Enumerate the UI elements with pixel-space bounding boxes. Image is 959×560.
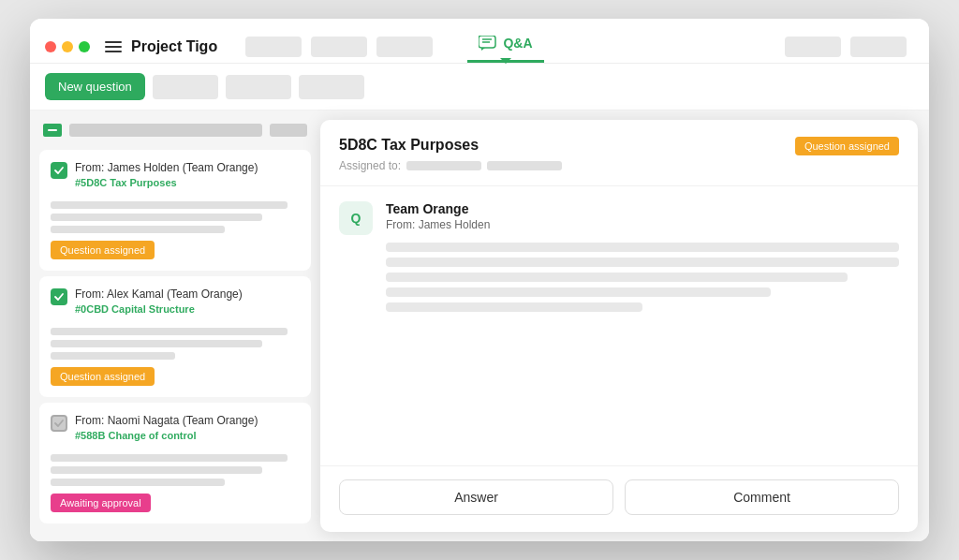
detail-actions: Answer Comment [320,465,918,532]
item-3-badge: Awaiting approval [51,494,151,512]
item-3-from: From: Naomi Nagata (Team Orange) [75,414,300,427]
sidebar-item-1-header: From: James Holden (Team Orange) #5D8C T… [51,161,300,196]
item-2-line-3 [51,352,175,360]
window-controls [45,41,90,52]
detail-panel: 5D8C Tax Purposes Assigned to: Question … [320,120,918,532]
item-3-line-3 [51,479,225,486]
tab-qa-label: Q&A [503,36,532,51]
item-3-lines [51,454,300,486]
collapse-icon[interactable] [43,124,62,137]
toolbar: New question [30,64,929,111]
title-bar: Project Tigo Q&A [30,19,929,64]
item-3-tag: #588B Change of control [75,430,300,441]
q-text-lines [386,243,899,312]
detail-badge: Question assigned [795,137,899,155]
nav-pill-right-2 [850,37,907,57]
q-author: Team Orange [386,201,899,216]
nav-pill-2 [311,37,367,57]
nav-pill-1 [245,37,302,57]
item-1-badge: Question assigned [51,241,155,259]
item-1-line-1 [51,201,288,209]
qa-icon [479,36,497,51]
nav-pill-3 [376,37,433,57]
detail-assigned: Assigned to: [339,159,562,172]
question-block: Q Team Orange From: James Holden [339,201,899,319]
sidebar-header [30,118,320,144]
sidebar-item-2-header: From: Alex Kamal (Team Orange) #0CBD Cap… [51,287,300,322]
sidebar-item-3[interactable]: From: Naomi Nagata (Team Orange) #588B C… [39,403,311,523]
q-line-5 [386,302,642,312]
item-2-from: From: Alex Kamal (Team Orange) [75,287,300,301]
sidebar-sort [270,124,307,137]
item-3-meta: From: Naomi Nagata (Team Orange) #588B C… [75,414,300,449]
close-dot[interactable] [45,41,56,52]
sidebar: From: James Holden (Team Orange) #5D8C T… [30,111,320,541]
assigned-pill-2 [487,161,562,170]
q-avatar: Q [339,201,373,235]
new-question-button[interactable]: New question [45,73,145,100]
item-3-line-2 [51,466,262,474]
comment-button[interactable]: Comment [625,479,899,515]
item-2-line-2 [51,340,262,347]
check-box-1[interactable] [51,162,67,179]
nav-left: Project Tigo [105,37,467,57]
sidebar-header-text [69,124,262,137]
item-1-lines [51,201,300,233]
item-2-badge: Question assigned [51,367,155,386]
q-line-2 [386,258,899,267]
sidebar-item-3-header: From: Naomi Nagata (Team Orange) #588B C… [51,414,300,449]
assigned-pills [406,161,562,170]
toolbar-filter-3 [299,75,364,99]
mac-window: Project Tigo Q&A [30,19,929,541]
sidebar-item-1[interactable]: From: James Holden (Team Orange) #5D8C T… [39,150,311,271]
detail-header: 5D8C Tax Purposes Assigned to: Question … [320,120,918,186]
item-1-line-2 [51,214,262,221]
item-3-line-1 [51,454,288,462]
minimize-dot[interactable] [62,41,73,52]
sidebar-item-2[interactable]: From: Alex Kamal (Team Orange) #0CBD Cap… [39,276,311,397]
q-line-3 [386,273,848,282]
item-1-from: From: James Holden (Team Orange) [75,161,300,174]
toolbar-filter-2 [226,75,291,99]
q-from: From: James Holden [386,218,899,231]
q-content: Team Orange From: James Holden [386,201,899,319]
hamburger-icon[interactable] [105,41,122,52]
toolbar-filter-1 [153,75,218,99]
q-line-4 [386,287,771,297]
nav-center: Q&A [467,30,543,63]
check-box-2[interactable] [51,288,67,305]
item-2-tag: #0CBD Capital Structure [75,303,300,315]
fullscreen-dot[interactable] [79,41,90,52]
detail-body: Q Team Orange From: James Holden [320,186,918,465]
item-1-tag: #5D8C Tax Purposes [75,177,300,188]
assigned-pill-1 [406,161,481,170]
item-2-line-1 [51,328,288,335]
q-line-1 [386,243,899,252]
check-box-3[interactable] [51,415,67,432]
item-2-lines [51,328,300,360]
item-1-line-3 [51,226,225,233]
item-1-meta: From: James Holden (Team Orange) #5D8C T… [75,161,300,196]
app-title: Project Tigo [131,38,217,55]
item-2-meta: From: Alex Kamal (Team Orange) #0CBD Cap… [75,287,300,322]
assigned-label: Assigned to: [339,159,401,172]
answer-button[interactable]: Answer [339,479,613,515]
detail-header-left: 5D8C Tax Purposes Assigned to: [339,137,562,172]
main-content: From: James Holden (Team Orange) #5D8C T… [30,111,929,541]
tab-qa[interactable]: Q&A [467,30,543,63]
nav-right [544,37,914,57]
detail-title: 5D8C Tax Purposes [339,137,562,154]
nav-pill-right-1 [785,37,841,57]
